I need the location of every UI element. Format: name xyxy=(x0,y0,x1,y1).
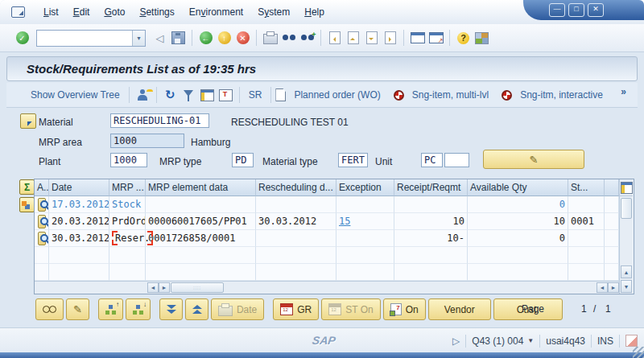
exit-button[interactable]: ↑ xyxy=(216,30,233,47)
back-triangle-icon[interactable]: ◁ xyxy=(151,30,168,47)
table-row[interactable]: 20.03.2012 PrdOrd 000060017605/PP01 30.0… xyxy=(35,213,619,230)
command-field[interactable] xyxy=(37,31,132,45)
new-session-button[interactable] xyxy=(409,30,426,47)
vertical-scrollbar[interactable]: ▲ ▼ xyxy=(619,179,633,294)
find-button[interactable] xyxy=(280,30,297,47)
details-magnifier-icon[interactable] xyxy=(38,215,46,228)
find-next-button[interactable]: + xyxy=(299,30,316,47)
close-button[interactable]: ✕ xyxy=(588,3,604,17)
create-shortcut-button[interactable] xyxy=(427,30,444,47)
col-header-st[interactable]: St... xyxy=(568,179,605,196)
status-system[interactable]: Q43 (1) 004 xyxy=(472,335,523,347)
st-on-button[interactable]: ST On xyxy=(321,298,380,320)
row-detail-cell[interactable] xyxy=(35,196,49,213)
col-header-date[interactable]: Date xyxy=(49,179,109,196)
menu-settings[interactable]: Settings xyxy=(132,4,181,20)
details-magnifier-icon[interactable] xyxy=(38,198,46,212)
row-detail-cell[interactable] xyxy=(35,230,49,247)
unit-extra-field[interactable] xyxy=(444,153,469,167)
vertical-scroll-thumb[interactable] xyxy=(621,198,632,219)
scroll-right-icon[interactable]: ► xyxy=(159,282,170,293)
print-date-button[interactable]: Date xyxy=(211,298,264,320)
sr-button[interactable]: SR xyxy=(249,89,262,101)
status-system-dropdown-icon[interactable]: ▼ xyxy=(527,337,534,344)
first-page-button[interactable] xyxy=(326,30,343,47)
details-magnifier-icon[interactable] xyxy=(38,232,46,245)
filter-up-button[interactable] xyxy=(185,298,208,320)
gr-date-button[interactable]: GR xyxy=(273,298,319,320)
horizontal-scrollbar[interactable]: ◄ ► ∷∷ ◄ ► xyxy=(35,281,619,294)
print-button[interactable] xyxy=(262,30,279,47)
menu-edit[interactable]: Edit xyxy=(66,4,97,20)
performance-indicator-icon[interactable] xyxy=(625,335,638,347)
period-totals-toggle-button[interactable] xyxy=(19,197,35,212)
row-detail-cell[interactable] xyxy=(35,213,49,230)
col-header-a[interactable]: A.. xyxy=(35,179,49,196)
command-dropdown-icon[interactable]: ▼ xyxy=(132,31,145,46)
planned-order-button[interactable]: Planned order (WO) xyxy=(294,89,380,101)
on-button[interactable]: On xyxy=(383,298,426,320)
where-used-button[interactable] xyxy=(126,298,151,320)
more-functions-button[interactable]: » xyxy=(621,86,626,97)
table-settings-button[interactable] xyxy=(620,179,633,196)
mrp-area-field[interactable]: 1000 xyxy=(110,134,184,148)
back-button[interactable]: ← xyxy=(197,30,214,47)
col-header-resched[interactable]: Rescheduling d... xyxy=(256,179,336,196)
col-header-element[interactable]: MRP element data xyxy=(146,179,256,196)
help-button[interactable]: ? xyxy=(455,30,472,47)
maximize-button[interactable]: □ xyxy=(568,3,584,17)
material-field[interactable]: RESCHEDULING-01 xyxy=(110,113,209,128)
sum-sigma-button[interactable]: Σ xyxy=(19,179,35,195)
col-header-receipt[interactable]: Receipt/Reqmt xyxy=(394,179,468,196)
resize-grip[interactable] xyxy=(633,347,644,358)
single-item-interactive-button[interactable]: Sng-itm, interactive xyxy=(520,89,603,101)
collapse-header-icon[interactable] xyxy=(20,113,36,129)
next-page-button[interactable] xyxy=(363,30,380,47)
scroll-left-icon[interactable]: ◄ xyxy=(147,282,159,293)
previous-page-button[interactable] xyxy=(345,30,361,47)
scroll-right-icon[interactable]: ► xyxy=(608,282,619,293)
filter-button[interactable] xyxy=(180,87,197,104)
menu-environment[interactable]: Environment xyxy=(182,4,250,20)
display-details-button[interactable] xyxy=(35,298,64,320)
material-type-field[interactable]: FERT xyxy=(338,153,368,167)
menu-help[interactable]: Help xyxy=(297,4,332,20)
col-header-available[interactable]: Available Qty xyxy=(468,179,568,196)
system-menu-icon[interactable] xyxy=(11,6,25,18)
table-row-empty[interactable] xyxy=(35,247,619,264)
filter-down-button[interactable] xyxy=(159,298,183,320)
table-row[interactable]: 30.03.2012 Reser. 0001726858/0001 10- 0 xyxy=(35,230,619,247)
change-button[interactable]: ✎ xyxy=(66,298,89,320)
order-report-button[interactable] xyxy=(98,298,123,320)
plant-field[interactable]: 1000 xyxy=(110,153,147,167)
save-button[interactable] xyxy=(170,30,187,47)
single-item-multilevel-button[interactable]: Sng-item, multi-lvl xyxy=(412,89,489,101)
menu-list[interactable]: List xyxy=(36,4,66,20)
edit-note-button[interactable]: ✎ xyxy=(483,150,584,169)
find-in-list-button[interactable] xyxy=(199,87,216,104)
col-header-mrp[interactable]: MRP ... xyxy=(109,179,146,196)
col-header-exception[interactable]: Exception xyxy=(336,179,394,196)
scroll-up-icon[interactable]: ▲ xyxy=(621,265,632,278)
menu-goto[interactable]: Goto xyxy=(97,4,132,20)
export-button[interactable] xyxy=(217,87,234,104)
selected-cell-marker[interactable]: Reser. xyxy=(112,232,153,245)
scroll-down-icon[interactable]: ▼ xyxy=(621,280,632,293)
enter-button[interactable]: ✓ xyxy=(14,30,31,47)
minimize-button[interactable]: — xyxy=(549,3,565,17)
horizontal-scroll-thumb[interactable]: ∷∷ xyxy=(171,282,224,293)
table-row-empty[interactable] xyxy=(35,264,619,281)
vendor-button[interactable]: Vendor xyxy=(428,298,491,320)
mrp-type-field[interactable]: PD xyxy=(232,153,254,167)
menu-system[interactable]: System xyxy=(250,4,297,20)
show-overview-tree-button[interactable]: Show Overview Tree xyxy=(31,89,120,101)
unit-field[interactable]: PC xyxy=(421,153,443,167)
refresh-button[interactable]: ↻ xyxy=(162,87,179,104)
scroll-left-icon[interactable]: ◄ xyxy=(597,282,608,293)
status-expand-icon[interactable]: ▷ xyxy=(452,335,460,347)
last-page-button[interactable] xyxy=(382,30,398,47)
graphic-button[interactable] xyxy=(134,87,151,104)
cancel-button[interactable]: ✕ xyxy=(234,30,251,47)
customize-layout-button[interactable] xyxy=(473,30,490,47)
exception-link[interactable]: 15 xyxy=(339,216,350,227)
